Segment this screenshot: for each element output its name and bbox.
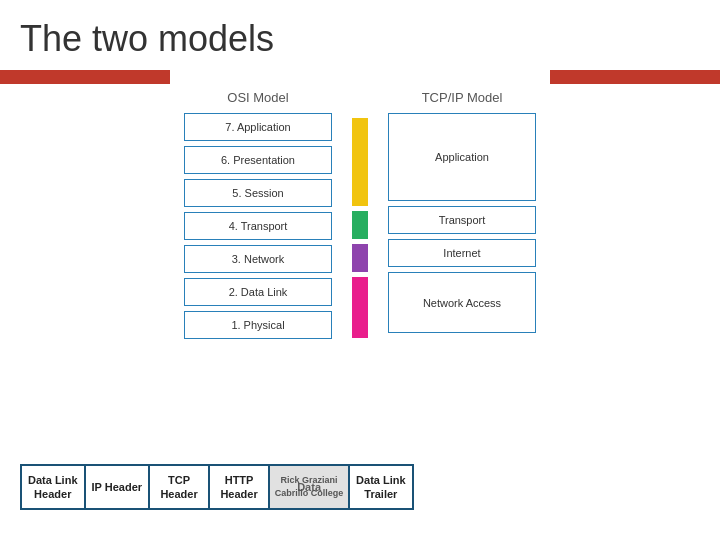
- packet-dl-header: Data LinkHeader: [22, 466, 86, 508]
- tcpip-layers: Application Transport Internet Network A…: [388, 113, 536, 333]
- osi-layer-1: 1. Physical: [184, 311, 332, 339]
- tcpip-app-label: Application: [435, 151, 489, 163]
- packet-tcp-header: TCPHeader: [150, 466, 210, 508]
- osi-layer-5: 5. Session: [184, 179, 332, 207]
- osi-layer-4: 4. Transport: [184, 212, 332, 240]
- strip-yellow: [352, 118, 368, 206]
- osi-model: OSI Model 7. Application 6. Presentation…: [184, 90, 332, 339]
- models-container: OSI Model 7. Application 6. Presentation…: [184, 90, 536, 339]
- bar-middle: [170, 70, 550, 84]
- osi-layer-3: 3. Network: [184, 245, 332, 273]
- osi-layers: 7. Application 6. Presentation 5. Sessio…: [184, 113, 332, 339]
- osi-layer-6: 6. Presentation: [184, 146, 332, 174]
- osi-layer-1-label: 1. Physical: [231, 319, 284, 331]
- packet-dl-trailer: Data LinkTrailer: [350, 466, 412, 508]
- tcpip-internet-label: Internet: [443, 247, 480, 259]
- tcpip-model: TCP/IP Model Application Transport Inter…: [388, 90, 536, 333]
- packet-data: Data Rick Graziani Cabrillo College: [270, 466, 350, 508]
- decorative-bars: [0, 70, 720, 84]
- packet-ip-header: IP Header: [86, 466, 151, 508]
- tcpip-layer-application: Application: [388, 113, 536, 201]
- tcpip-layer-network-access: Network Access: [388, 272, 536, 333]
- strip-purple: [352, 244, 368, 272]
- osi-model-title: OSI Model: [227, 90, 288, 105]
- watermark: Rick Graziani Cabrillo College: [270, 466, 348, 508]
- tcpip-layer-transport: Transport: [388, 206, 536, 234]
- bar-right: [550, 70, 720, 84]
- osi-layer-5-label: 5. Session: [232, 187, 283, 199]
- color-strips: [352, 118, 368, 338]
- bar-left: [0, 70, 170, 84]
- watermark-line1: Rick Graziani: [281, 474, 338, 487]
- watermark-line2: Cabrillo College: [275, 487, 344, 500]
- osi-layer-3-label: 3. Network: [232, 253, 285, 265]
- diagram-area: OSI Model 7. Application 6. Presentation…: [0, 90, 720, 339]
- tcpip-layer-internet: Internet: [388, 239, 536, 267]
- osi-layer-2-label: 2. Data Link: [229, 286, 288, 298]
- osi-layer-6-label: 6. Presentation: [221, 154, 295, 166]
- packet-http-header: HTTPHeader: [210, 466, 270, 508]
- osi-layer-2: 2. Data Link: [184, 278, 332, 306]
- tcpip-na-label: Network Access: [423, 297, 501, 309]
- strip-green: [352, 211, 368, 239]
- page-title: The two models: [0, 0, 720, 70]
- tcpip-model-title: TCP/IP Model: [422, 90, 503, 105]
- osi-layer-4-label: 4. Transport: [229, 220, 288, 232]
- osi-layer-7-label: 7. Application: [225, 121, 290, 133]
- strip-pink: [352, 277, 368, 338]
- tcpip-transport-label: Transport: [439, 214, 486, 226]
- packet-row: Data LinkHeader IP Header TCPHeader HTTP…: [20, 464, 414, 510]
- osi-layer-7: 7. Application: [184, 113, 332, 141]
